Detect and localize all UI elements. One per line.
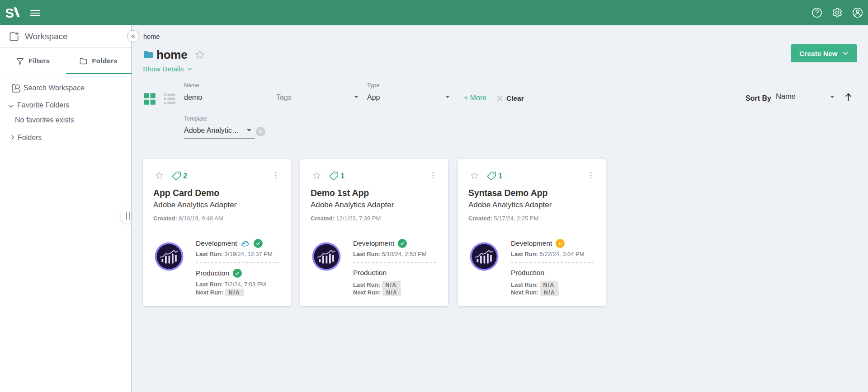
svg-text:S: S [6, 6, 14, 19]
